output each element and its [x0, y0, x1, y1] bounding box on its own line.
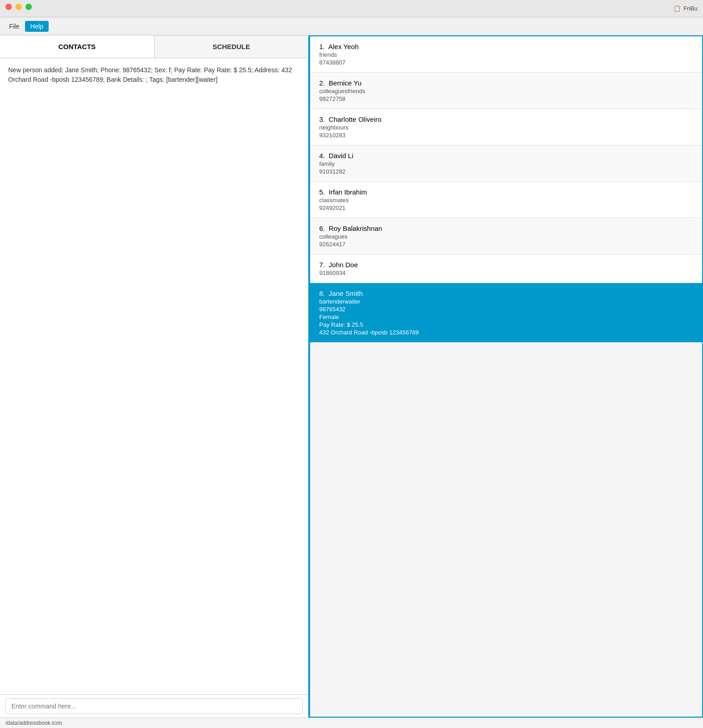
contact-name: 8. Jane Smith — [319, 289, 693, 297]
contact-phone: 99272758 — [319, 95, 693, 102]
menu-file[interactable]: File — [4, 21, 25, 32]
contact-item[interactable]: 5. Irfan Ibrahimclassmates92492021 — [310, 182, 702, 218]
contact-tags: classmates — [319, 197, 693, 204]
contact-item[interactable]: 8. Jane Smithbartenderwaiter98765432Fema… — [310, 283, 702, 343]
status-bar: /data/addressbook.icon — [0, 718, 703, 728]
message-text: New person added: Jane Smith; Phone: 987… — [8, 66, 292, 83]
contact-name: 3. Charlotte Oliveiro — [319, 115, 693, 123]
command-bar — [0, 694, 308, 718]
contact-item[interactable]: 4. David Lifamily91031282 — [310, 145, 702, 182]
window-controls — [5, 4, 32, 10]
right-panel: 1. Alex Yeohfriends874388072. Bernice Yu… — [309, 35, 703, 718]
contact-extra: 432 Orchard Road -bposb 123456789 — [319, 329, 693, 336]
contact-item[interactable]: 2. Bernice Yucolleaguesfriends99272758 — [310, 73, 702, 109]
contact-name: 1. Alex Yeoh — [319, 43, 693, 50]
contact-name: 7. John Doe — [319, 261, 693, 269]
contact-name: 2. Bernice Yu — [319, 79, 693, 87]
close-button[interactable] — [5, 4, 12, 10]
contact-tags: colleagues — [319, 233, 693, 240]
tabs: CONTACTS SCHEDULE — [0, 35, 308, 58]
minimize-button[interactable] — [15, 4, 22, 10]
contact-tags: family — [319, 160, 693, 167]
contact-extra: Pay Rate: $ 25.5 — [319, 321, 693, 328]
app-title: FnBu — [683, 5, 698, 12]
contact-phone: 91860934 — [319, 269, 693, 276]
contact-phone: 93210283 — [319, 132, 693, 139]
empty-space — [310, 343, 702, 717]
contact-name: 6. Roy Balakrishnan — [319, 224, 693, 232]
command-input[interactable] — [5, 698, 303, 714]
contact-name: 4. David Li — [319, 152, 693, 160]
contact-tags: colleaguesfriends — [319, 88, 693, 95]
contact-phone: 98765432 — [319, 306, 693, 313]
contact-item[interactable]: 3. Charlotte Oliveironeighbours93210283 — [310, 109, 702, 145]
menu-bar: File Help — [0, 17, 703, 35]
contact-item[interactable]: 6. Roy Balakrishnancolleagues92624417 — [310, 218, 702, 254]
tab-schedule[interactable]: SCHEDULE — [155, 35, 309, 58]
contact-item[interactable]: 7. John Doe91860934 — [310, 254, 702, 283]
menu-help[interactable]: Help — [25, 21, 49, 32]
contact-tags: neighbours — [319, 124, 693, 131]
contact-tags: bartenderwaiter — [319, 298, 693, 305]
message-area: New person added: Jane Smith; Phone: 987… — [0, 58, 308, 694]
contact-name: 5. Irfan Ibrahim — [319, 188, 693, 196]
contact-phone: 92624417 — [319, 241, 693, 248]
left-panel: CONTACTS SCHEDULE New person added: Jane… — [0, 35, 309, 718]
contact-list: 1. Alex Yeohfriends874388072. Bernice Yu… — [310, 36, 702, 343]
contact-phone: 91031282 — [319, 168, 693, 175]
contact-phone: 87438807 — [319, 59, 693, 66]
contact-phone: 92492021 — [319, 204, 693, 211]
contact-item[interactable]: 1. Alex Yeohfriends87438807 — [310, 36, 702, 73]
tab-contacts[interactable]: CONTACTS — [0, 35, 155, 58]
addressbook-icon: 📋 — [673, 5, 681, 12]
status-text: /data/addressbook.icon — [5, 720, 62, 726]
maximize-button[interactable] — [25, 4, 32, 10]
contact-tags: friends — [319, 51, 693, 58]
contact-extra: Female — [319, 314, 693, 320]
title-bar-right: 📋 FnBu — [673, 5, 698, 12]
